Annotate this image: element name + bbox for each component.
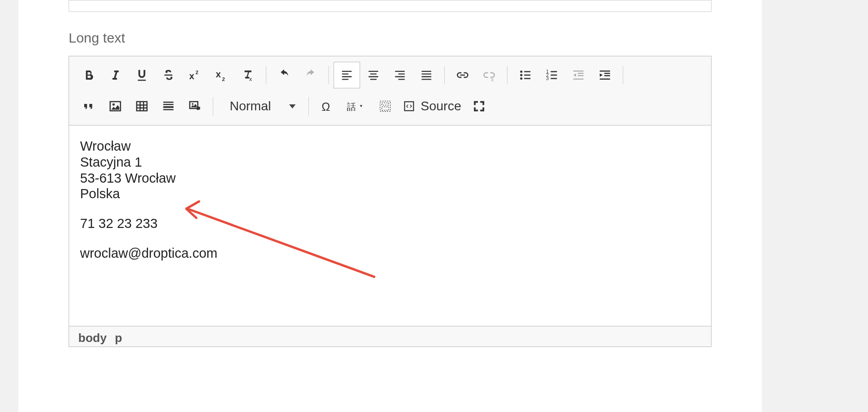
italic-button[interactable]: [102, 62, 129, 88]
toolbar-separator: [444, 66, 445, 84]
svg-rect-9: [524, 75, 531, 76]
svg-text:2: 2: [195, 70, 198, 75]
content-paragraph-phone: 71 32 23 233: [80, 216, 700, 232]
svg-rect-35: [382, 107, 389, 110]
previous-field-container: [69, 0, 712, 12]
svg-point-30: [192, 103, 194, 105]
source-button[interactable]: Source: [399, 93, 466, 119]
svg-point-6: [520, 70, 523, 73]
subscript-button[interactable]: x2: [208, 62, 235, 88]
indent-button[interactable]: [592, 62, 618, 88]
svg-text:x: x: [216, 69, 221, 79]
bulleted-list-button[interactable]: [512, 62, 539, 88]
redo-button[interactable]: [297, 62, 324, 88]
outdent-button[interactable]: [565, 62, 592, 88]
svg-point-8: [520, 74, 523, 76]
svg-rect-34: [382, 103, 389, 105]
svg-rect-17: [551, 78, 557, 79]
show-blocks-button[interactable]: [372, 93, 399, 119]
toolbar-separator: [308, 97, 309, 115]
svg-rect-29: [190, 102, 198, 108]
image-button[interactable]: [102, 93, 129, 119]
path-element-body[interactable]: body: [78, 331, 107, 345]
toolbar-separator: [329, 66, 329, 84]
svg-rect-25: [163, 102, 174, 103]
undo-button[interactable]: [271, 62, 297, 88]
svg-point-19: [113, 103, 115, 106]
bold-button[interactable]: [75, 62, 102, 88]
language-button[interactable]: 話: [340, 93, 372, 119]
chevron-down-icon: [289, 104, 296, 108]
ckeditor-toolbar: x2 x2 x: [69, 56, 711, 125]
align-right-button[interactable]: [387, 62, 413, 88]
link-button[interactable]: [449, 62, 476, 88]
content-paragraph-email: wroclaw@droptica.com: [80, 245, 700, 261]
toolbar-row-2: Normal Ω 話 Source: [75, 93, 705, 119]
svg-rect-36: [404, 102, 414, 111]
superscript-button[interactable]: x2: [182, 62, 208, 88]
ckeditor-content-area[interactable]: Wrocław Stacyjna 1 53-613 Wrocław Polska…: [69, 125, 711, 326]
table-button[interactable]: [129, 93, 155, 119]
path-element-p[interactable]: p: [115, 331, 122, 345]
svg-rect-13: [551, 71, 557, 72]
ckeditor: x2 x2 x: [69, 56, 712, 347]
source-button-label: Source: [421, 99, 461, 114]
toolbar-separator: [507, 66, 507, 84]
format-dropdown[interactable]: Normal: [218, 93, 304, 119]
horizontal-rule-button[interactable]: [155, 93, 182, 119]
block-quote-button[interactable]: [75, 93, 102, 119]
svg-text:Ω: Ω: [322, 100, 330, 113]
annotation-arrow: [188, 208, 387, 210]
svg-text:2: 2: [222, 76, 225, 82]
svg-text:x: x: [249, 76, 253, 82]
align-left-button[interactable]: [334, 62, 360, 88]
svg-text:3: 3: [546, 76, 549, 81]
numbered-list-button[interactable]: 123: [539, 62, 565, 88]
svg-text:x: x: [189, 71, 194, 81]
svg-rect-11: [524, 78, 531, 79]
svg-rect-26: [163, 104, 174, 105]
special-character-button[interactable]: Ω: [313, 93, 340, 119]
toolbar-row-1: x2 x2 x: [75, 62, 705, 88]
underline-button[interactable]: [129, 62, 155, 88]
unlink-button[interactable]: x: [476, 62, 502, 88]
svg-rect-7: [524, 71, 531, 72]
remove-format-button[interactable]: x: [235, 62, 261, 88]
svg-text:話: 話: [347, 102, 356, 112]
maximize-button[interactable]: [466, 93, 492, 119]
svg-rect-27: [163, 106, 174, 108]
svg-rect-28: [163, 109, 174, 110]
toolbar-separator: [213, 97, 213, 115]
form-panel: Long text x2: [18, 0, 762, 412]
svg-point-10: [520, 77, 523, 80]
format-dropdown-value: Normal: [230, 99, 271, 114]
ckeditor-element-path: body p: [69, 326, 711, 347]
svg-rect-20: [137, 102, 147, 111]
svg-rect-15: [551, 75, 557, 76]
content-paragraph-address: Wrocław Stacyjna 1 53-613 Wrocław Polska: [80, 138, 700, 202]
toolbar-separator: [266, 66, 266, 84]
svg-text:x: x: [491, 76, 494, 82]
align-center-button[interactable]: [360, 62, 387, 88]
media-embed-button[interactable]: [182, 93, 208, 119]
strikethrough-button[interactable]: [155, 62, 182, 88]
toolbar-separator: [623, 66, 623, 84]
align-justify-button[interactable]: [413, 62, 440, 88]
field-label: Long text: [69, 30, 712, 46]
